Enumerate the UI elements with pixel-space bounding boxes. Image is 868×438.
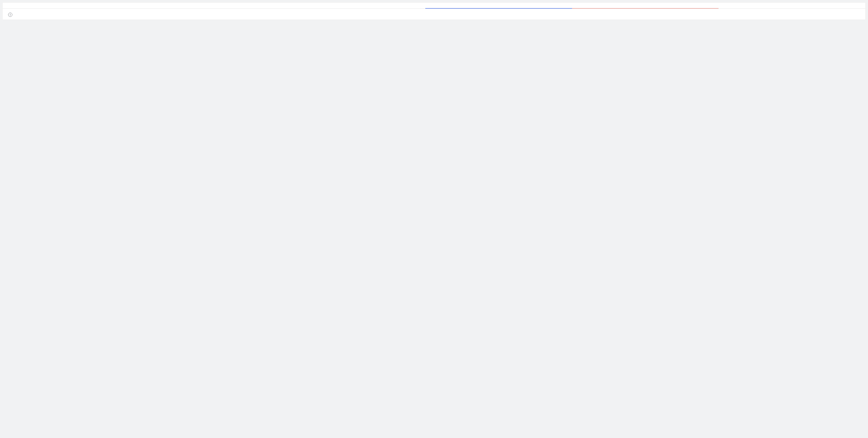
grand-total-label: i <box>3 8 425 20</box>
col-conversion-rate[interactable] <box>718 3 865 8</box>
info-icon[interactable]: i <box>8 12 12 17</box>
grand-total-rate <box>718 8 865 20</box>
grand-total-conversions <box>572 8 719 20</box>
col-source-medium[interactable] <box>270 3 425 8</box>
col-landing-page[interactable] <box>3 3 270 8</box>
col-conversions[interactable] <box>572 3 719 8</box>
grand-total-sessions <box>425 8 572 20</box>
col-sessions[interactable] <box>425 3 572 8</box>
table-header-row <box>3 3 865 8</box>
report-table: i <box>2 2 866 20</box>
grand-total-row: i <box>3 8 865 20</box>
